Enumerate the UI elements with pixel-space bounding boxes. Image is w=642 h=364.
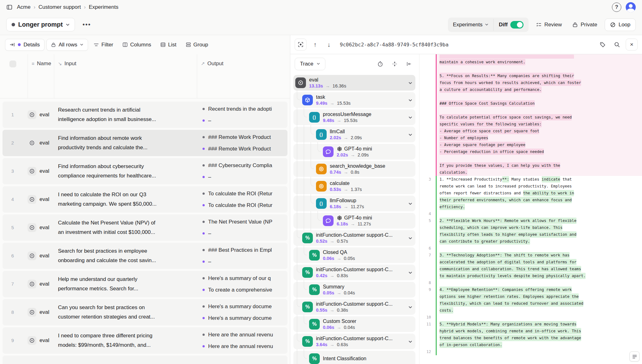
diff-removed-text: a culture of accountability and performa…	[437, 86, 642, 93]
column-header-input[interactable]: ↘ Input	[54, 54, 197, 98]
row-output-line: –	[203, 115, 287, 126]
diff-removed-line: a culture of accountability and performa…	[419, 86, 642, 93]
breadcrumb-section[interactable]: Experiments	[89, 4, 118, 10]
trace-node-text: initFunction-Customer support-C...0.55s→…	[316, 301, 407, 313]
trace-node[interactable]: %initFunction-Customer support-C...3.64s…	[293, 334, 415, 349]
trace-node[interactable]: search_knowledge_base0.74s→0.8s	[293, 161, 415, 177]
table-row[interactable]: 7evalHelp me understand our quarterlyper…	[3, 271, 287, 297]
trace-node[interactable]: GPT-4o mini2.02s→2.09s	[293, 144, 415, 160]
trace-node-text: Intent Classification	[323, 356, 412, 362]
duration-end: 11.27s	[351, 204, 364, 210]
previous-row-button[interactable]: ↑	[310, 39, 320, 50]
trace-node-name: Custom Scorer	[323, 318, 412, 324]
tag-button[interactable]	[597, 39, 608, 50]
tree-guide	[307, 127, 314, 142]
row-number-cell: 5	[3, 225, 28, 230]
duration-end: 0.63s	[337, 342, 348, 348]
table-row[interactable]: 10evalResearch industry standards for Sa…	[3, 356, 287, 364]
trace-node-duration: 9.48s→15.53s	[323, 118, 407, 124]
table-row[interactable]: 3evalFind information about cybersecurit…	[3, 158, 287, 184]
trace-node[interactable]: eval13.13s→16.36s	[293, 75, 415, 91]
next-row-button[interactable]: ↓	[324, 39, 334, 50]
trace-node[interactable]: ()processUserMessage9.48s→15.53s	[293, 109, 415, 125]
table-row[interactable]: 8evalCan you search for best practices o…	[3, 299, 287, 325]
tree-guide	[293, 127, 300, 142]
duration-start: 6.18s	[330, 204, 341, 210]
all-rows-dropdown[interactable]: All rows	[46, 39, 88, 51]
experiment-picker[interactable]: Longer prompt	[6, 18, 75, 31]
timing-button[interactable]	[375, 58, 386, 70]
trace-node[interactable]: %Intent Classification	[293, 351, 415, 364]
table-row[interactable]: 4evalI need to calculate the ROI on our …	[3, 186, 287, 213]
trace-node-name: GPT-4o mini	[337, 215, 412, 221]
table-row[interactable]: 6evalSearch for best practices in employ…	[3, 243, 287, 269]
column-header-name[interactable]: ≡ Name	[28, 54, 54, 98]
trace-node-text: llmFollowup6.18s→11.27s	[330, 198, 407, 210]
table-row[interactable]: 5evalCalculate the Net Present Value (NP…	[3, 214, 287, 241]
avatar[interactable]	[626, 2, 636, 12]
columns-button[interactable]: Columns	[119, 39, 155, 50]
close-button[interactable]: ×	[626, 39, 638, 50]
trace-node-text: initFunction-Customer support-C...3.64s→…	[316, 335, 407, 348]
diff-toggle[interactable]	[510, 21, 524, 29]
table-row[interactable]: 9evalI need to compare three different p…	[3, 327, 287, 354]
review-button[interactable]: Review	[533, 19, 565, 30]
private-button[interactable]: Private	[569, 19, 600, 30]
tree-guide	[300, 196, 307, 211]
collapse-rows-button[interactable]	[389, 58, 400, 70]
chevron-down-icon[interactable]	[408, 304, 412, 310]
trace-node[interactable]: %Custom Scorer0.06s→0.04s	[293, 316, 415, 332]
table-row[interactable]: 2evalFind information about remote workp…	[3, 130, 287, 156]
trace-node[interactable]: calculate0.53s→1.37s	[293, 178, 415, 194]
fn-icon: ()	[309, 112, 320, 123]
row-output: Here are the annual revenuHere are the a…	[197, 329, 287, 352]
chevron-down-icon[interactable]	[408, 80, 412, 86]
trace-node[interactable]: ()llmFollowup6.18s→11.27s	[293, 196, 415, 211]
trace-node[interactable]: ()llmCall2.02s→2.09s	[293, 127, 415, 142]
sidebar-toggle-button[interactable]	[6, 4, 13, 10]
group-button[interactable]: Group	[182, 39, 212, 50]
collapse-panel-button[interactable]	[403, 58, 415, 70]
notes-button[interactable]	[629, 351, 639, 361]
chevron-down-icon[interactable]	[408, 235, 412, 241]
breadcrumb-project[interactable]: Customer support	[39, 4, 81, 10]
chevron-down-icon[interactable]	[408, 339, 412, 344]
tree-guide	[300, 144, 307, 160]
breadcrumb-org[interactable]: Acme	[17, 4, 30, 10]
chevron-down-icon[interactable]	[408, 132, 412, 137]
select-all-checkbox[interactable]	[9, 61, 16, 67]
trace-node[interactable]: %Closed QA0.06s→0.05s	[293, 247, 415, 263]
duration-start: 9.48s	[323, 118, 334, 124]
chevron-down-icon[interactable]	[408, 270, 412, 275]
chevron-down-icon[interactable]	[408, 201, 412, 206]
trace-node[interactable]: GPT-4o mini6.18s→11.27s	[293, 213, 415, 229]
diff-removed-line: 5. **Focus on Results:** Many companies …	[419, 72, 642, 79]
trace-view-dropdown[interactable]: Trace	[295, 58, 325, 70]
chevron-down-icon[interactable]	[408, 97, 412, 103]
trace-node[interactable]: %initFunction-Customer support-C...0.42s…	[293, 265, 415, 280]
diff-removed-line	[419, 66, 642, 72]
trace-node[interactable]: task9.49s→15.53s	[293, 92, 415, 108]
table-row[interactable]: 1evalResearch current trends in artifici…	[3, 102, 287, 128]
trace-node[interactable]: %Summary0.05s→0.04s	[293, 282, 415, 298]
diff-added-text: flexibility, which can lead to reduced t…	[437, 300, 642, 307]
search-button[interactable]	[611, 39, 623, 50]
trace-node-text: GPT-4o mini2.02s→2.09s	[337, 146, 412, 158]
more-menu-button[interactable]: •••	[79, 20, 94, 29]
purple-dot-icon	[203, 345, 205, 347]
list-button[interactable]: List	[157, 39, 180, 50]
details-button[interactable]: Details	[5, 39, 45, 51]
filter-button[interactable]: Filter	[90, 39, 117, 50]
row-output-text: ### Remote Work Product	[208, 146, 271, 152]
help-button[interactable]: ?	[612, 3, 621, 12]
tree-guide	[293, 265, 300, 280]
trace-node[interactable]: %initFunction-Customer support-C...0.55s…	[293, 299, 415, 315]
row-name-cell: eval	[28, 280, 54, 288]
loop-button[interactable]: Loop	[605, 18, 636, 31]
gray-dot-icon	[203, 334, 205, 336]
expand-trace-button[interactable]	[295, 39, 307, 50]
chevron-down-icon[interactable]	[408, 114, 412, 120]
column-header-output[interactable]: ↗ Output	[197, 54, 290, 98]
view-mode-dropdown[interactable]: Experiments	[448, 19, 493, 30]
trace-node[interactable]: %initFunction-Customer support-C...0.52s…	[293, 230, 415, 246]
